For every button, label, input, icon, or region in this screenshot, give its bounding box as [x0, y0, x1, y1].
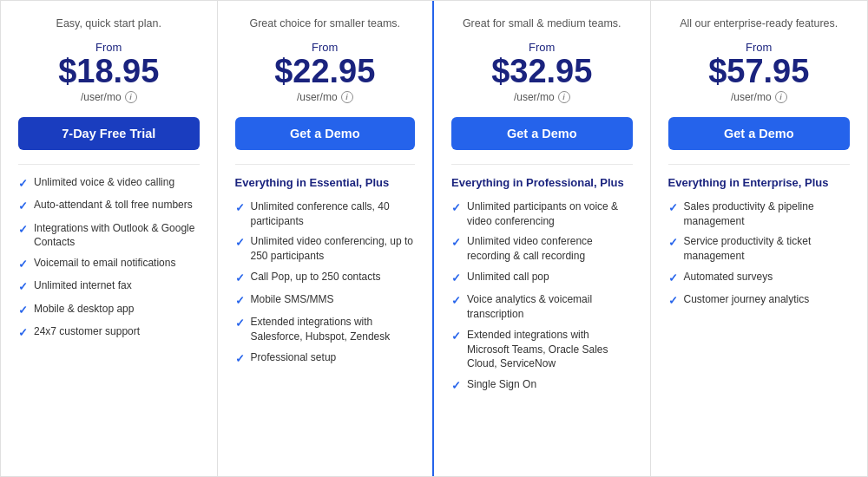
cta-button-essential[interactable]: 7-Day Free Trial: [18, 117, 200, 150]
plan-tagline-enterprise: Great for small & medium teams.: [451, 16, 633, 32]
list-item: ✓Automated surveys: [668, 270, 851, 286]
divider-essential: [18, 164, 200, 165]
feature-list-ultimate: ✓Sales productivity & pipeline managemen…: [668, 199, 851, 310]
divider-enterprise: [451, 164, 633, 165]
check-icon: ✓: [235, 351, 245, 367]
feature-text: Extended integrations with Microsoft Tea…: [467, 328, 633, 371]
feature-text: Call Pop, up to 250 contacts: [251, 270, 381, 284]
list-item: ✓Unlimited video conference recording & …: [451, 234, 633, 264]
list-item: ✓Voice analytics & voicemail transcripti…: [451, 292, 633, 322]
feature-list-professional: ✓Unlimited conference calls, 40 particip…: [235, 199, 416, 367]
feature-list-essential: ✓Unlimited voice & video calling✓Auto-at…: [18, 175, 200, 341]
check-icon: ✓: [18, 176, 28, 192]
list-item: ✓Voicemail to email notifications: [18, 256, 200, 272]
features-header-ultimate: Everything in Enterprise, Plus: [668, 175, 851, 191]
list-item: ✓Customer journey analytics: [668, 292, 851, 309]
check-icon: ✓: [668, 271, 678, 286]
check-icon: ✓: [235, 271, 245, 286]
check-icon: ✓: [451, 200, 461, 216]
feature-text: Single Sign On: [467, 377, 536, 392]
feature-text: Integrations with Outlook & Google Conta…: [34, 221, 200, 251]
feature-text: Extended integrations with Salesforce, H…: [251, 315, 416, 344]
info-icon[interactable]: i: [775, 91, 787, 103]
cta-button-ultimate[interactable]: Get a Demo: [668, 117, 851, 150]
plan-col-enterprise: Great for small & medium teams.From$32.9…: [434, 1, 651, 476]
feature-text: Automated surveys: [684, 270, 773, 284]
check-icon: ✓: [451, 293, 461, 309]
per-user-label: /user/mo: [731, 91, 772, 103]
feature-text: Auto-attendant & toll free numbers: [34, 198, 193, 212]
list-item: ✓Extended integrations with Microsoft Te…: [451, 328, 633, 371]
feature-text: 24x7 customer support: [34, 324, 140, 339]
list-item: ✓Extended integrations with Salesforce, …: [235, 315, 416, 344]
feature-text: Unlimited call pop: [467, 270, 549, 284]
check-icon: ✓: [235, 293, 245, 309]
check-icon: ✓: [18, 199, 28, 214]
plan-col-essential: Easy, quick start plan.From$18.95/user/m…: [1, 1, 218, 476]
check-icon: ✓: [235, 235, 245, 251]
list-item: ✓Mobile SMS/MMS: [235, 292, 416, 309]
plan-tagline-ultimate: All our enterprise-ready features.: [668, 16, 851, 32]
feature-list-enterprise: ✓Unlimited participants on voice & video…: [451, 199, 633, 395]
pricing-grid: Easy, quick start plan.From$18.95/user/m…: [0, 0, 868, 477]
check-icon: ✓: [668, 200, 678, 216]
cta-button-professional[interactable]: Get a Demo: [235, 117, 416, 150]
list-item: ✓Call Pop, up to 250 contacts: [235, 270, 416, 286]
divider-ultimate: [668, 164, 851, 165]
features-header-professional: Everything in Essential, Plus: [235, 175, 416, 191]
divider-professional: [235, 164, 416, 165]
list-item: ✓Auto-attendant & toll free numbers: [18, 198, 200, 214]
info-icon[interactable]: i: [341, 91, 353, 103]
plan-tagline-essential: Easy, quick start plan.: [18, 16, 200, 32]
list-item: ✓Mobile & desktop app: [18, 302, 200, 318]
list-item: ✓24x7 customer support: [18, 324, 200, 341]
feature-text: Unlimited participants on voice & video …: [467, 199, 633, 229]
feature-text: Sales productivity & pipeline management: [684, 199, 851, 229]
price-from-ultimate: From: [668, 41, 851, 54]
check-icon: ✓: [668, 235, 678, 251]
features-header-enterprise: Everything in Professional, Plus: [451, 175, 633, 191]
check-icon: ✓: [18, 222, 28, 238]
cta-button-enterprise[interactable]: Get a Demo: [451, 117, 633, 150]
feature-text: Unlimited conference calls, 40 participa…: [251, 199, 416, 229]
info-icon[interactable]: i: [558, 91, 570, 103]
per-user-label: /user/mo: [514, 91, 555, 103]
check-icon: ✓: [668, 293, 678, 309]
plan-col-ultimate: All our enterprise-ready features.From$5…: [651, 1, 868, 476]
price-per-professional: /user/moi: [235, 91, 416, 103]
plan-tagline-professional: Great choice for smaller teams.: [235, 16, 416, 32]
check-icon: ✓: [18, 303, 28, 318]
check-icon: ✓: [235, 316, 245, 331]
list-item: ✓Unlimited call pop: [451, 270, 633, 286]
price-block-ultimate: From$57.95/user/moi: [668, 41, 851, 104]
list-item: ✓Professional setup: [235, 350, 416, 367]
per-user-label: /user/mo: [297, 91, 338, 103]
list-item: ✓Sales productivity & pipeline managemen…: [668, 199, 851, 229]
price-from-essential: From: [18, 41, 200, 54]
feature-text: Professional setup: [251, 350, 337, 365]
price-from-enterprise: From: [451, 41, 633, 54]
check-icon: ✓: [451, 235, 461, 251]
feature-text: Voicemail to email notifications: [34, 256, 175, 271]
price-per-enterprise: /user/moi: [451, 91, 633, 103]
price-amount-ultimate: $57.95: [668, 54, 851, 90]
price-amount-essential: $18.95: [18, 54, 200, 90]
check-icon: ✓: [235, 200, 245, 216]
feature-text: Mobile SMS/MMS: [251, 292, 334, 307]
price-per-essential: /user/moi: [18, 91, 200, 103]
info-icon[interactable]: i: [125, 91, 137, 103]
check-icon: ✓: [451, 271, 461, 286]
list-item: ✓Unlimited video conferencing, up to 250…: [235, 234, 416, 264]
price-per-ultimate: /user/moi: [668, 91, 851, 103]
feature-text: Voice analytics & voicemail transcriptio…: [467, 292, 633, 322]
price-from-professional: From: [235, 41, 416, 54]
list-item: ✓Integrations with Outlook & Google Cont…: [18, 221, 200, 251]
feature-text: Unlimited voice & video calling: [34, 175, 174, 190]
feature-text: Unlimited internet fax: [34, 278, 132, 293]
price-block-professional: From$22.95/user/moi: [235, 41, 416, 104]
price-block-essential: From$18.95/user/moi: [18, 41, 200, 104]
list-item: ✓Unlimited participants on voice & video…: [451, 199, 633, 229]
feature-text: Unlimited video conference recording & c…: [467, 234, 633, 264]
check-icon: ✓: [18, 325, 28, 341]
check-icon: ✓: [451, 378, 461, 394]
